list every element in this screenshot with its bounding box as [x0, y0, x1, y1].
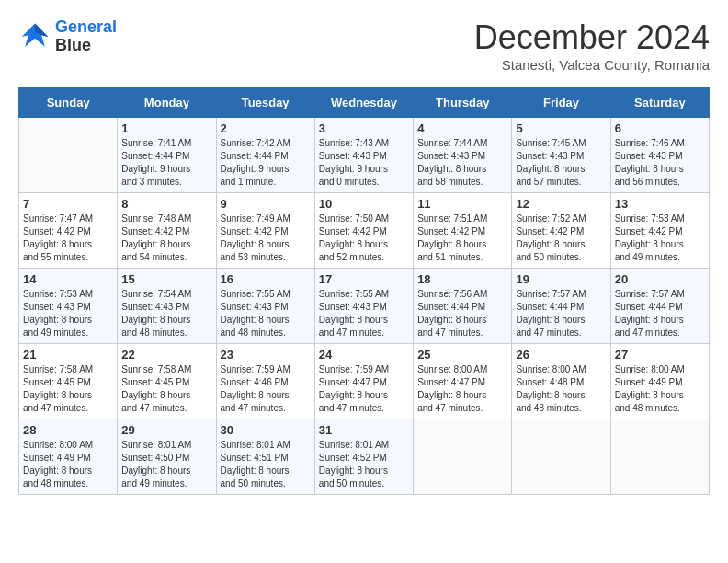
day-info: Sunrise: 7:54 AM Sunset: 4:43 PM Dayligh… — [121, 288, 211, 339]
day-number: 27 — [615, 348, 705, 362]
title-section: December 2024 Stanesti, Valcea County, R… — [474, 18, 710, 73]
day-number: 14 — [23, 272, 113, 286]
day-info: Sunrise: 7:47 AM Sunset: 4:42 PM Dayligh… — [23, 213, 113, 264]
calendar-header: SundayMondayTuesdayWednesdayThursdayFrid… — [19, 88, 710, 118]
day-info: Sunrise: 7:58 AM Sunset: 4:45 PM Dayligh… — [23, 363, 113, 415]
day-info: Sunrise: 7:49 AM Sunset: 4:42 PM Dayligh… — [221, 213, 311, 264]
calendar-cell: 29Sunrise: 8:01 AM Sunset: 4:50 PM Dayli… — [118, 419, 216, 495]
day-info: Sunrise: 7:53 AM Sunset: 4:42 PM Dayligh… — [615, 213, 705, 264]
header-cell-saturday: Saturday — [610, 88, 709, 118]
day-number: 19 — [516, 272, 606, 286]
day-number: 1 — [121, 121, 211, 135]
day-info: Sunrise: 7:41 AM Sunset: 4:44 PM Dayligh… — [121, 137, 211, 189]
calendar-cell: 22Sunrise: 7:58 AM Sunset: 4:45 PM Dayli… — [118, 344, 216, 419]
day-info: Sunrise: 7:57 AM Sunset: 4:44 PM Dayligh… — [516, 288, 606, 339]
calendar-cell: 15Sunrise: 7:54 AM Sunset: 4:43 PM Dayli… — [118, 269, 216, 344]
day-info: Sunrise: 7:55 AM Sunset: 4:43 PM Dayligh… — [221, 288, 311, 339]
calendar-cell: 9Sunrise: 7:49 AM Sunset: 4:42 PM Daylig… — [216, 193, 314, 269]
day-number: 16 — [221, 272, 311, 286]
logo-text2: Blue — [55, 37, 117, 55]
logo: General Blue — [18, 18, 117, 55]
day-number: 21 — [23, 348, 113, 362]
calendar-cell: 23Sunrise: 7:59 AM Sunset: 4:46 PM Dayli… — [216, 344, 314, 419]
calendar-title: December 2024 — [474, 18, 710, 57]
calendar-cell: 7Sunrise: 7:47 AM Sunset: 4:42 PM Daylig… — [19, 193, 118, 269]
day-info: Sunrise: 8:00 AM Sunset: 4:48 PM Dayligh… — [516, 363, 606, 415]
calendar-cell: 5Sunrise: 7:45 AM Sunset: 4:43 PM Daylig… — [512, 118, 610, 193]
day-info: Sunrise: 7:53 AM Sunset: 4:43 PM Dayligh… — [23, 288, 113, 339]
calendar-cell — [610, 419, 709, 495]
day-number: 4 — [417, 121, 507, 135]
calendar-cell — [19, 118, 118, 193]
calendar-cell: 8Sunrise: 7:48 AM Sunset: 4:42 PM Daylig… — [118, 193, 216, 269]
calendar-subtitle: Stanesti, Valcea County, Romania — [474, 57, 710, 73]
day-number: 24 — [319, 348, 409, 362]
calendar-cell: 17Sunrise: 7:55 AM Sunset: 4:43 PM Dayli… — [314, 269, 413, 344]
header-cell-monday: Monday — [118, 88, 216, 118]
header: General Blue December 2024 Stanesti, Val… — [18, 18, 710, 73]
day-info: Sunrise: 7:42 AM Sunset: 4:44 PM Dayligh… — [221, 137, 311, 189]
day-info: Sunrise: 7:57 AM Sunset: 4:44 PM Dayligh… — [615, 288, 705, 339]
day-number: 13 — [615, 197, 705, 211]
day-info: Sunrise: 7:48 AM Sunset: 4:42 PM Dayligh… — [121, 213, 211, 264]
day-info: Sunrise: 8:01 AM Sunset: 4:51 PM Dayligh… — [221, 439, 311, 490]
calendar-cell: 1Sunrise: 7:41 AM Sunset: 4:44 PM Daylig… — [118, 118, 216, 193]
day-number: 12 — [516, 197, 606, 211]
day-number: 25 — [417, 348, 507, 362]
day-info: Sunrise: 8:00 AM Sunset: 4:47 PM Dayligh… — [417, 363, 507, 415]
calendar-cell — [414, 419, 512, 495]
calendar-body: 1Sunrise: 7:41 AM Sunset: 4:44 PM Daylig… — [19, 118, 710, 495]
day-number: 8 — [121, 197, 211, 211]
calendar-cell: 4Sunrise: 7:44 AM Sunset: 4:43 PM Daylig… — [414, 118, 512, 193]
day-info: Sunrise: 7:45 AM Sunset: 4:43 PM Dayligh… — [516, 137, 606, 189]
calendar-cell: 26Sunrise: 8:00 AM Sunset: 4:48 PM Dayli… — [512, 344, 610, 419]
calendar-cell: 11Sunrise: 7:51 AM Sunset: 4:42 PM Dayli… — [414, 193, 512, 269]
calendar-cell: 28Sunrise: 8:00 AM Sunset: 4:49 PM Dayli… — [19, 419, 118, 495]
calendar-cell — [512, 419, 610, 495]
calendar-cell: 3Sunrise: 7:43 AM Sunset: 4:43 PM Daylig… — [314, 118, 413, 193]
calendar-week-2: 14Sunrise: 7:53 AM Sunset: 4:43 PM Dayli… — [19, 269, 710, 344]
calendar-cell: 13Sunrise: 7:53 AM Sunset: 4:42 PM Dayli… — [610, 193, 709, 269]
calendar-cell: 6Sunrise: 7:46 AM Sunset: 4:43 PM Daylig… — [610, 118, 709, 193]
day-number: 7 — [23, 197, 113, 211]
calendar-cell: 16Sunrise: 7:55 AM Sunset: 4:43 PM Dayli… — [216, 269, 314, 344]
day-info: Sunrise: 8:01 AM Sunset: 4:52 PM Dayligh… — [319, 439, 409, 490]
calendar-cell: 31Sunrise: 8:01 AM Sunset: 4:52 PM Dayli… — [314, 419, 413, 495]
day-number: 3 — [319, 121, 409, 135]
calendar-cell: 25Sunrise: 8:00 AM Sunset: 4:47 PM Dayli… — [414, 344, 512, 419]
day-number: 30 — [221, 423, 311, 437]
day-info: Sunrise: 8:01 AM Sunset: 4:50 PM Dayligh… — [121, 439, 211, 490]
day-number: 20 — [615, 272, 705, 286]
day-info: Sunrise: 7:43 AM Sunset: 4:43 PM Dayligh… — [319, 137, 409, 189]
calendar-week-3: 21Sunrise: 7:58 AM Sunset: 4:45 PM Dayli… — [19, 344, 710, 419]
day-info: Sunrise: 7:46 AM Sunset: 4:43 PM Dayligh… — [615, 137, 705, 189]
calendar-week-1: 7Sunrise: 7:47 AM Sunset: 4:42 PM Daylig… — [19, 193, 710, 269]
day-number: 23 — [221, 348, 311, 362]
day-number: 28 — [23, 423, 113, 437]
day-number: 31 — [319, 423, 409, 437]
day-info: Sunrise: 7:51 AM Sunset: 4:42 PM Dayligh… — [417, 213, 507, 264]
day-number: 2 — [221, 121, 311, 135]
day-number: 11 — [417, 197, 507, 211]
day-info: Sunrise: 7:44 AM Sunset: 4:43 PM Dayligh… — [417, 137, 507, 189]
day-info: Sunrise: 7:55 AM Sunset: 4:43 PM Dayligh… — [319, 288, 409, 339]
logo-text: General — [55, 18, 117, 37]
calendar-cell: 12Sunrise: 7:52 AM Sunset: 4:42 PM Dayli… — [512, 193, 610, 269]
calendar-week-4: 28Sunrise: 8:00 AM Sunset: 4:49 PM Dayli… — [19, 419, 710, 495]
day-number: 26 — [516, 348, 606, 362]
day-info: Sunrise: 7:50 AM Sunset: 4:42 PM Dayligh… — [319, 213, 409, 264]
calendar-cell: 20Sunrise: 7:57 AM Sunset: 4:44 PM Dayli… — [610, 269, 709, 344]
day-info: Sunrise: 7:59 AM Sunset: 4:47 PM Dayligh… — [319, 363, 409, 415]
header-cell-tuesday: Tuesday — [216, 88, 314, 118]
day-number: 10 — [319, 197, 409, 211]
calendar-cell: 18Sunrise: 7:56 AM Sunset: 4:44 PM Dayli… — [414, 269, 512, 344]
calendar-cell: 21Sunrise: 7:58 AM Sunset: 4:45 PM Dayli… — [19, 344, 118, 419]
day-info: Sunrise: 7:59 AM Sunset: 4:46 PM Dayligh… — [221, 363, 311, 415]
day-number: 18 — [417, 272, 507, 286]
header-cell-friday: Friday — [512, 88, 610, 118]
day-info: Sunrise: 8:00 AM Sunset: 4:49 PM Dayligh… — [615, 363, 705, 415]
calendar-cell: 14Sunrise: 7:53 AM Sunset: 4:43 PM Dayli… — [19, 269, 118, 344]
calendar-table: SundayMondayTuesdayWednesdayThursdayFrid… — [18, 87, 710, 495]
day-info: Sunrise: 7:56 AM Sunset: 4:44 PM Dayligh… — [417, 288, 507, 339]
day-number: 22 — [121, 348, 211, 362]
